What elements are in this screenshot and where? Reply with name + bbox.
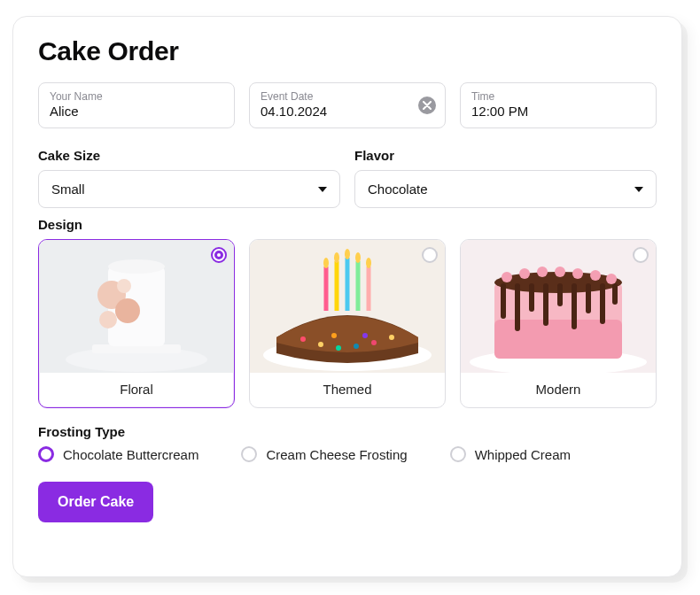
svg-point-16 [389, 335, 394, 340]
name-field[interactable]: Your Name Alice [38, 82, 235, 128]
event-date-label: Event Date [261, 90, 434, 103]
design-label-themed: Themed [250, 373, 445, 407]
frosting-option-whipped-cream[interactable]: Whipped Cream [450, 446, 571, 462]
design-image-modern [461, 240, 656, 373]
name-value: Alice [50, 103, 223, 120]
frosting-label-0: Chocolate Buttercream [63, 447, 198, 462]
svg-point-7 [99, 311, 117, 328]
design-label-modern: Modern [461, 373, 656, 407]
frosting-label-1: Cream Cheese Frosting [266, 447, 407, 462]
svg-point-13 [336, 345, 341, 351]
svg-point-44 [519, 268, 530, 279]
design-label-floral: Floral [39, 373, 234, 407]
frosting-section-label: Frosting Type [38, 424, 657, 439]
event-date-value: 04.10.2024 [261, 103, 434, 120]
frosting-option-cream-cheese[interactable]: Cream Cheese Frosting [241, 446, 407, 462]
event-date-field[interactable]: Event Date 04.10.2024 [249, 82, 446, 128]
design-options: Floral [38, 239, 657, 408]
flavor-select[interactable]: Chocolate [354, 170, 657, 208]
cake-size-label: Cake Size [38, 148, 340, 163]
svg-point-17 [331, 333, 337, 338]
cake-size-value: Small [51, 182, 85, 197]
svg-point-26 [345, 249, 350, 259]
cake-order-form: Cake Order Your Name Alice Event Date 04… [12, 16, 682, 577]
svg-point-14 [354, 344, 359, 349]
svg-point-45 [537, 267, 548, 277]
name-label: Your Name [50, 90, 223, 103]
radio-indicator-icon [211, 247, 227, 263]
cake-size-select[interactable]: Small [38, 170, 340, 208]
frosting-label-2: Whipped Cream [475, 447, 571, 462]
order-cake-button[interactable]: Order Cake [38, 482, 153, 522]
radio-icon [38, 446, 54, 462]
svg-point-48 [590, 270, 601, 281]
svg-point-15 [371, 340, 377, 345]
svg-point-4 [108, 259, 165, 274]
svg-point-49 [606, 274, 617, 284]
svg-rect-32 [494, 320, 622, 359]
svg-point-18 [362, 333, 368, 338]
design-option-floral[interactable]: Floral [38, 239, 235, 408]
radio-icon [241, 446, 257, 462]
chevron-down-icon [318, 187, 327, 192]
radio-icon [450, 446, 466, 462]
radio-indicator-icon [422, 247, 438, 263]
selects-row: Cake Size Small Flavor Chocolate [38, 143, 657, 208]
svg-point-24 [323, 258, 329, 268]
design-image-floral [39, 240, 234, 373]
time-field[interactable]: Time 12:00 PM [460, 82, 657, 128]
svg-point-8 [117, 279, 131, 293]
svg-point-25 [334, 252, 339, 263]
radio-indicator-icon [633, 247, 649, 263]
frosting-option-chocolate-buttercream[interactable]: Chocolate Buttercream [38, 446, 198, 462]
svg-point-11 [300, 336, 306, 342]
flavor-label: Flavor [354, 148, 657, 163]
flavor-value: Chocolate [368, 182, 428, 197]
page-title: Cake Order [38, 36, 657, 66]
design-image-themed [250, 240, 445, 373]
basic-fields-row: Your Name Alice Event Date 04.10.2024 Ti… [38, 82, 657, 128]
time-value: 12:00 PM [471, 103, 645, 120]
svg-point-28 [366, 258, 371, 268]
design-option-modern[interactable]: Modern [460, 239, 657, 408]
svg-point-12 [318, 342, 323, 347]
design-option-themed[interactable]: Themed [249, 239, 446, 408]
time-label: Time [471, 90, 645, 103]
frosting-options: Chocolate Buttercream Cream Cheese Frost… [38, 446, 657, 462]
clear-date-icon[interactable] [418, 97, 436, 114]
design-section-label: Design [38, 217, 657, 232]
svg-point-27 [355, 252, 361, 263]
chevron-down-icon [634, 187, 643, 192]
svg-point-6 [115, 298, 140, 323]
svg-point-47 [572, 268, 583, 279]
svg-point-46 [555, 267, 565, 277]
svg-point-43 [502, 272, 512, 282]
